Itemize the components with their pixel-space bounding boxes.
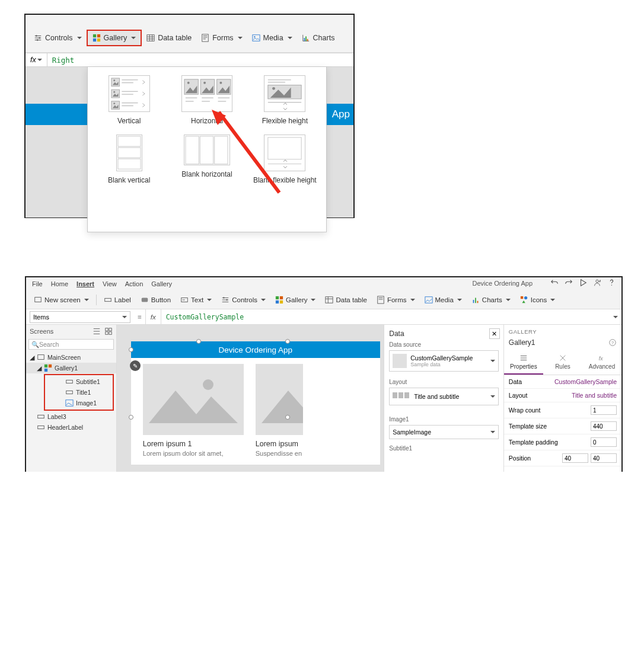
- table-icon: [325, 296, 333, 304]
- newscreen-button[interactable]: New screen: [30, 293, 93, 306]
- fx-value[interactable]: Right: [47, 56, 79, 65]
- template-size-input[interactable]: [591, 421, 617, 431]
- svg-point-19: [113, 103, 115, 104]
- gallery-option-flexible[interactable]: Flexible height: [247, 72, 323, 129]
- fx-icon: fx: [598, 354, 606, 362]
- tree-mainscreen[interactable]: ◢MainScreen: [26, 352, 116, 363]
- menu-insert[interactable]: Insert: [76, 280, 94, 287]
- fx-label[interactable]: fx: [25, 53, 47, 66]
- gallery-option-blank-vertical[interactable]: Blank vertical: [91, 131, 167, 188]
- datatable-button[interactable]: Data table: [142, 31, 196, 45]
- property-selector[interactable]: Items: [30, 311, 130, 323]
- search-input[interactable]: 🔍 Search: [28, 339, 114, 350]
- gallery-thumb-blank-vertical: [116, 135, 142, 171]
- charts-button[interactable]: Charts: [297, 31, 340, 45]
- svg-rect-56: [106, 332, 108, 334]
- tab-properties[interactable]: Properties: [504, 350, 543, 375]
- image1-selector[interactable]: SampleImage: [389, 425, 499, 439]
- play-icon[interactable]: [579, 279, 587, 287]
- fx-expand[interactable]: [608, 314, 621, 321]
- position-x-input[interactable]: [562, 453, 588, 463]
- forms-label: Forms: [212, 34, 233, 42]
- prop-data[interactable]: DataCustomGallerySample: [504, 375, 621, 389]
- panel-control-name: Gallery1 ?: [504, 338, 621, 350]
- gallery-option-vertical[interactable]: Vertical: [91, 72, 167, 129]
- help-icon[interactable]: ?: [608, 338, 617, 347]
- svg-rect-71: [393, 392, 397, 398]
- undo-icon[interactable]: [550, 279, 559, 287]
- forms-button[interactable]: Forms: [372, 293, 419, 306]
- svg-rect-62: [66, 380, 73, 383]
- tree-label3[interactable]: Label3: [26, 411, 116, 422]
- help-icon[interactable]: [607, 279, 616, 287]
- label-button[interactable]: Label: [100, 293, 135, 306]
- chevron-down-icon: [130, 34, 136, 42]
- svg-rect-38: [142, 298, 148, 302]
- tree-gallery1[interactable]: ◢Gallery1: [26, 363, 116, 373]
- redo-icon[interactable]: [565, 279, 573, 287]
- tree-title1[interactable]: Title1: [45, 387, 113, 398]
- list-view-icon[interactable]: [93, 327, 101, 335]
- media-button[interactable]: Media: [247, 31, 297, 45]
- charts-button[interactable]: Charts: [467, 293, 515, 306]
- svg-rect-11: [304, 38, 305, 41]
- edit-pencil-icon[interactable]: ✎: [130, 360, 141, 371]
- template-padding-input[interactable]: [591, 437, 617, 447]
- wrap-count-input[interactable]: [591, 405, 617, 415]
- menu-file[interactable]: File: [32, 280, 43, 287]
- chevron-down-icon: [489, 357, 495, 364]
- forms-button[interactable]: Forms: [196, 31, 247, 45]
- app-header: Device Ordering App: [131, 341, 380, 358]
- layout-selector[interactable]: Title and subtitle: [389, 388, 499, 405]
- gallery-option-blank-flexible[interactable]: Blank flexible height: [247, 131, 323, 188]
- position-y-input[interactable]: [591, 453, 617, 463]
- controls-button[interactable]: Controls: [29, 31, 87, 45]
- button-button[interactable]: Button: [136, 293, 175, 306]
- menu-gallery[interactable]: Gallery: [151, 280, 172, 287]
- gallery-card[interactable]: Lorem ipsum Suspendisse en: [256, 364, 303, 457]
- gallery-button[interactable]: Gallery: [87, 30, 142, 46]
- chevron-down-icon: [286, 34, 292, 42]
- close-button[interactable]: ✕: [489, 328, 500, 339]
- text-icon: [180, 296, 189, 304]
- sliders-icon: [519, 354, 528, 362]
- svg-point-53: [524, 296, 527, 299]
- gallery-thumb-blank-horizontal: [184, 135, 230, 165]
- prop-layout[interactable]: LayoutTitle and subtitle: [504, 389, 621, 402]
- icons-button[interactable]: Icons: [516, 293, 560, 306]
- gallery-card[interactable]: Lorem ipsum 1 Lorem ipsum dolor sit amet…: [143, 364, 244, 457]
- gallery-option-horizontal[interactable]: Horizontal: [169, 72, 244, 129]
- tree-subtitle1[interactable]: Subtitle1: [45, 376, 113, 387]
- source-sub: Sample data: [410, 362, 486, 367]
- svg-rect-64: [66, 400, 73, 407]
- menu-action[interactable]: Action: [125, 280, 144, 287]
- tab-rules[interactable]: Rules: [543, 350, 582, 375]
- tab-advanced[interactable]: fx Advanced: [582, 350, 621, 375]
- svg-rect-67: [143, 364, 244, 435]
- tree-headerlabel[interactable]: HeaderLabel: [26, 422, 116, 433]
- gallery-option-blank-horizontal[interactable]: Blank horizontal: [169, 131, 244, 188]
- controls-button[interactable]: Controls: [217, 293, 270, 306]
- gallery-thumb-horizontal: [181, 75, 232, 112]
- datatable-button[interactable]: Data table: [321, 293, 371, 306]
- fx-value[interactable]: CustomGallerySample: [161, 313, 608, 321]
- data-source-selector[interactable]: CustomGallerySample Sample data: [389, 350, 499, 372]
- menu-view[interactable]: View: [103, 280, 117, 287]
- sliders-icon: [34, 34, 42, 42]
- text-button[interactable]: Text: [176, 293, 216, 306]
- gallery-button[interactable]: Gallery: [271, 293, 320, 306]
- share-icon[interactable]: [593, 279, 601, 287]
- svg-rect-46: [326, 296, 333, 303]
- label-icon: [65, 388, 74, 396]
- svg-point-21: [187, 82, 190, 84]
- svg-rect-37: [104, 298, 111, 301]
- tree-image1[interactable]: Image1: [45, 398, 113, 408]
- subtitle1-label: Subtitle1: [389, 445, 499, 452]
- fx-label[interactable]: fx: [145, 309, 161, 324]
- canvas[interactable]: Device Ordering App ✎ L: [117, 325, 384, 472]
- svg-rect-44: [276, 300, 279, 303]
- thumb-view-icon[interactable]: [104, 327, 113, 335]
- media-button[interactable]: Media: [420, 293, 466, 306]
- svg-rect-48: [425, 296, 432, 303]
- menu-home[interactable]: Home: [51, 280, 68, 287]
